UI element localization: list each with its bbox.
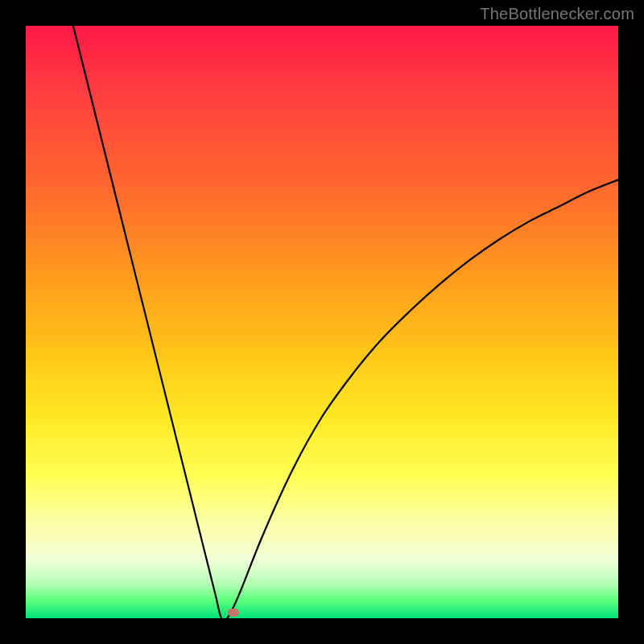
chart-frame: TheBottlenecker.com	[0, 0, 644, 644]
watermark-text: TheBottlenecker.com	[480, 5, 634, 23]
optimal-marker	[228, 609, 239, 617]
curve-path	[73, 26, 618, 621]
plot-area	[26, 26, 618, 618]
bottleneck-curve	[26, 26, 618, 618]
